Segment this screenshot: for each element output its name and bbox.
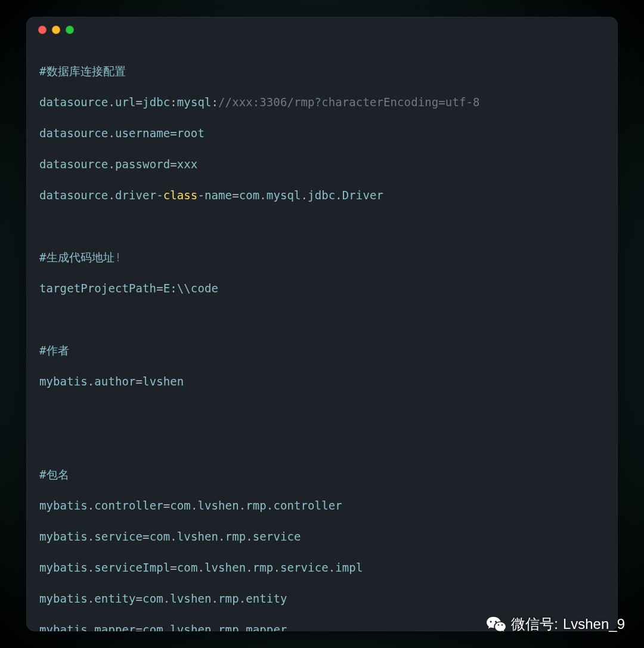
val-serviceimpl: com.lvshen.rmp.service.impl	[177, 561, 363, 574]
comment-package: #包名	[39, 468, 69, 481]
code-line: datasource.password=xxx	[39, 156, 605, 172]
val-mapper: com.lvshen.rmp.mapper	[143, 623, 287, 631]
code-line: datasource.url=jdbc:mysql://xxx:3306/rmp…	[39, 94, 605, 110]
code-line	[39, 218, 605, 234]
code-line: mybatis.controller=com.lvshen.rmp.contro…	[39, 498, 605, 513]
code-line: datasource.username=root	[39, 125, 605, 141]
code-window: #数据库连接配置 datasource.url=jdbc:mysql://xxx…	[26, 17, 618, 631]
code-line	[39, 436, 605, 451]
window-close-button[interactable]	[38, 26, 47, 34]
comment-gen-path: #生成代码地址	[39, 251, 114, 264]
code-line: targetProjectPath=E:\\code	[39, 280, 605, 296]
code-line: mybatis.entity=com.lvshen.rmp.entity	[39, 591, 605, 606]
url-rest: //xxx:3306/rmp?characterEncoding=utf-8	[218, 95, 479, 109]
keyword-class: class	[163, 189, 198, 202]
code-line	[39, 405, 605, 420]
comment-db-conn: #数据库连接配置	[39, 64, 126, 78]
watermark-label: 微信号:	[511, 615, 558, 634]
driver-value: com.mysql.jdbc.Driver	[239, 189, 383, 202]
comment-author: #作者	[39, 344, 69, 357]
val-service: com.lvshen.rmp.service	[150, 530, 301, 543]
code-block: #数据库连接配置 datasource.url=jdbc:mysql://xxx…	[26, 43, 618, 631]
window-maximize-button[interactable]	[66, 26, 74, 34]
val-entity: com.lvshen.rmp.entity	[143, 592, 287, 605]
window-minimize-button[interactable]	[52, 26, 60, 34]
wechat-icon	[486, 616, 506, 632]
code-line: #数据库连接配置	[39, 63, 605, 79]
code-line: mybatis.serviceImpl=com.lvshen.rmp.servi…	[39, 560, 605, 575]
watermark-value: Lvshen_9	[563, 616, 625, 632]
code-line: #作者	[39, 342, 605, 358]
code-line	[39, 311, 605, 327]
window-titlebar	[26, 17, 618, 43]
code-line: #包名	[39, 467, 605, 482]
code-line: datasource.driver-class-name=com.mysql.j…	[39, 187, 605, 203]
val-controller: com.lvshen.rmp.controller	[170, 499, 342, 512]
code-line: mybatis.author=lvshen	[39, 374, 605, 389]
watermark: 微信号: Lvshen_9	[486, 615, 625, 634]
code-line: #生成代码地址!	[39, 249, 605, 265]
code-line: mybatis.service=com.lvshen.rmp.service	[39, 529, 605, 544]
